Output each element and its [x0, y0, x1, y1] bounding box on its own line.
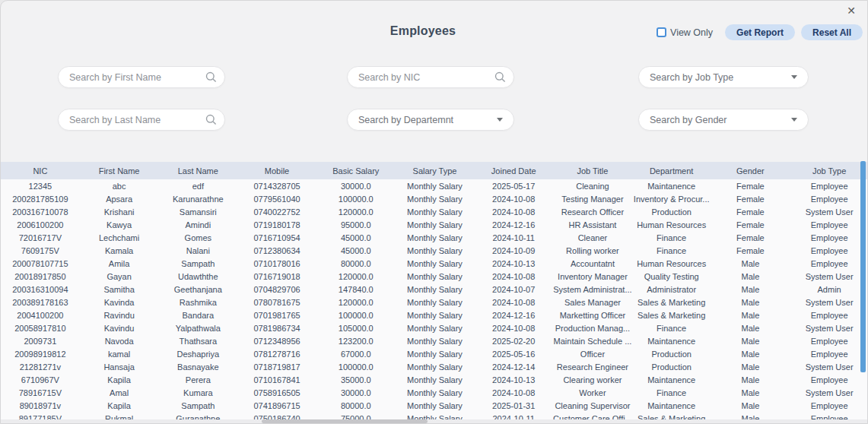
table-cell: Employee	[790, 220, 868, 229]
table-row[interactable]: 2004100200RavinduBandara0701981765100000…	[1, 309, 868, 321]
table-cell: Production	[632, 362, 711, 372]
table-cell: 2024-10-13	[474, 259, 553, 268]
table-row[interactable]: 20018917850GayanUdawththe071671901812000…	[1, 270, 868, 283]
table-cell: 0780781675	[237, 298, 316, 307]
horizontal-scrollbar-thumb[interactable]	[262, 419, 428, 423]
table-row[interactable]: 72016717VLechchamiGomes071671095445000.0…	[1, 231, 868, 244]
table-cell: Apsara	[80, 195, 159, 204]
table-cell: Maintanence	[632, 375, 711, 384]
table-row[interactable]: 200281785109ApsaraKarunarathne0779561040…	[1, 192, 868, 205]
table-cell: 0719180178	[237, 220, 316, 229]
table-row[interactable]: 200078107715AmilaSampath071017801680000.…	[1, 257, 868, 270]
table-cell: 0741896715	[237, 401, 316, 410]
get-report-button[interactable]: Get Report	[725, 24, 795, 40]
table-cell: Administrator	[632, 285, 711, 294]
search-last-name-input[interactable]	[58, 109, 225, 131]
vertical-scrollbar[interactable]	[860, 161, 866, 424]
table-cell: 0712380634	[237, 246, 316, 255]
table-cell: Monthly Salary	[396, 401, 475, 410]
table-cell: 147840.0	[316, 285, 396, 294]
table-cell: 2006100200	[1, 220, 80, 229]
search-job-type-dropdown[interactable]: Search by Job Type	[638, 66, 809, 88]
table-cell: Female	[711, 182, 790, 191]
table-cell: 2024-10-07	[474, 285, 553, 294]
table-cell: 2024-10-13	[474, 375, 553, 384]
table-cell: Amal	[80, 388, 159, 397]
table-cell: Bandara	[158, 311, 237, 320]
table-cell: Admin	[790, 285, 868, 294]
table-row[interactable]: 200389178163KavindaRashmika0780781675120…	[1, 296, 868, 309]
reset-all-button[interactable]: Reset All	[801, 24, 863, 40]
search-first-name-field	[58, 66, 225, 88]
table-cell: Male	[711, 388, 790, 397]
table-cell: 80000.0	[316, 259, 396, 268]
table-row[interactable]: 2009731NavodaThathsara0712348956123200.0…	[1, 334, 868, 347]
search-nic-input[interactable]	[347, 66, 514, 88]
table-cell: Employee	[790, 375, 868, 384]
table-cell: 0781986734	[237, 324, 316, 333]
table-cell: 45000.0	[316, 233, 396, 242]
table-cell: Amindi	[158, 220, 237, 229]
vertical-scrollbar-thumb[interactable]	[860, 161, 866, 372]
table-cell: Employee	[790, 233, 868, 242]
search-gender-dropdown[interactable]: Search by Gender	[638, 109, 809, 131]
table-cell: System User	[790, 324, 868, 333]
table-cell: 0716719018	[237, 272, 316, 281]
table-cell: Monthly Salary	[396, 233, 475, 242]
table-cell: Kavinda	[80, 298, 159, 307]
table-cell: Maintain Schedule ...	[553, 337, 632, 346]
table-row[interactable]: 12345abcedf071432870530000.0Monthly Sala…	[1, 179, 868, 192]
table-cell: Kumara	[158, 388, 237, 397]
checkbox-icon[interactable]	[657, 27, 666, 37]
table-cell: Male	[711, 350, 790, 359]
table-cell: Maintanence	[632, 401, 711, 410]
table-cell: System Administrat...	[553, 285, 632, 294]
table-cell: 30000.0	[316, 182, 396, 191]
table-row[interactable]: 200316710078KrishaniSamansiri07400227521…	[1, 205, 868, 218]
table-cell: Navoda	[80, 337, 159, 346]
table-cell: Inventory Manager	[553, 272, 632, 281]
table-cell: Female	[711, 246, 790, 255]
table-cell: Human Resources	[632, 259, 711, 268]
table-cell: Nalani	[158, 246, 237, 255]
horizontal-scrollbar[interactable]	[1, 419, 868, 423]
table-cell: Perera	[158, 375, 237, 384]
close-icon[interactable]: ✕	[844, 4, 858, 17]
search-first-name-input[interactable]	[58, 66, 225, 88]
table-cell: Monthly Salary	[396, 324, 475, 333]
column-header: NIC	[1, 166, 80, 176]
table-cell: Krishani	[80, 207, 159, 217]
table-row[interactable]: 20058917810KavinduYalpathwala07819867341…	[1, 321, 868, 334]
table-row[interactable]: 2006100200KawyaAmindi071918017895000.0Mo…	[1, 218, 868, 231]
view-only-checkbox[interactable]: View Only	[657, 27, 713, 38]
table-row[interactable]: 7609175VKamalaNalani071238063445000.0Mon…	[1, 244, 868, 257]
table-cell: Inventory & Procur...	[632, 195, 711, 204]
table-cell: Finance	[632, 246, 711, 255]
table-row[interactable]: 78916715VAmalKumara075891650530000.0Mont…	[1, 386, 868, 399]
table-row[interactable]: 89018971vKapilaSampath074189671580000.0M…	[1, 399, 868, 412]
table-cell: Yalpathwala	[158, 324, 237, 333]
table-cell: 2024-10-08	[474, 324, 553, 333]
toolbar: View Only Get Report Reset All	[657, 24, 863, 40]
department-dropdown-label: Search by Departemnt	[358, 115, 453, 125]
table-cell: Monthly Salary	[396, 195, 475, 204]
table-cell: 35000.0	[316, 375, 396, 384]
table-cell: 200078107715	[1, 259, 80, 268]
table-row[interactable]: 6710967VKapilaPerera071016784135000.0Mon…	[1, 373, 868, 386]
table-cell: Rashmika	[158, 298, 237, 307]
table-row[interactable]: 20098919812kamalDeshapriya07812787166700…	[1, 347, 868, 360]
gender-dropdown-label: Search by Gender	[650, 115, 727, 125]
table-cell: 123200.0	[316, 337, 396, 346]
table-cell: 2024-10-08	[474, 272, 553, 281]
table-cell: 2024-12-16	[474, 311, 553, 320]
search-department-dropdown[interactable]: Search by Departemnt	[347, 109, 514, 131]
table-cell: Male	[711, 362, 790, 372]
table-cell: Sampath	[158, 259, 237, 268]
table-row[interactable]: 200316310094SamithaGeethanjana0704829706…	[1, 283, 868, 296]
table-cell: Research Engineer	[553, 362, 632, 372]
table-row[interactable]: 21281271vHansajaBasnayake071871981710000…	[1, 360, 868, 373]
table-cell: Monthly Salary	[396, 220, 475, 229]
search-nic-field	[347, 66, 514, 88]
table-cell: Gomes	[158, 233, 237, 242]
column-header: First Name	[80, 166, 159, 176]
